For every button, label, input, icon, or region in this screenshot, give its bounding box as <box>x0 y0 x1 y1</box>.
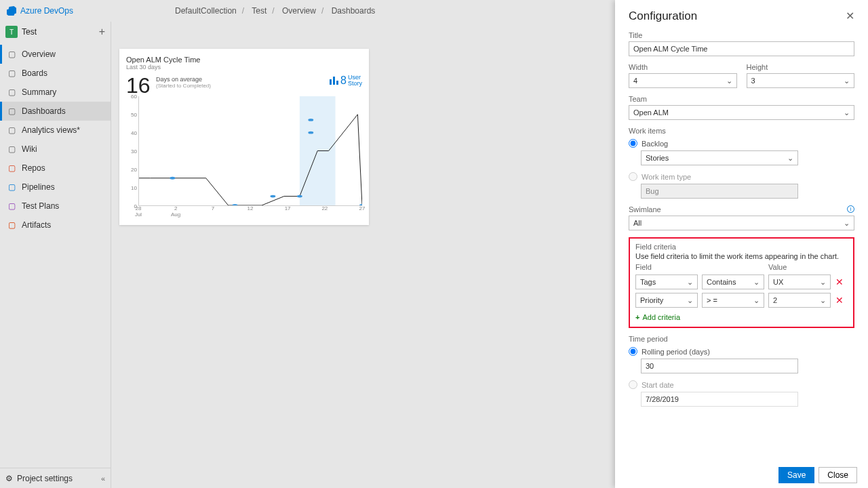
sidebar-item-test-plans[interactable]: ▢Test Plans <box>0 197 111 216</box>
project-avatar: T <box>5 26 18 38</box>
widget-avg-label: Days on average <box>156 76 211 83</box>
startdate-label: Start date <box>642 381 674 389</box>
chevron-down-icon: ⌄ <box>726 77 732 85</box>
project-settings[interactable]: ⚙ Project settings « <box>0 468 111 488</box>
close-button[interactable]: Close <box>818 467 857 483</box>
overview-icon: ▢ <box>7 49 16 59</box>
sidebar-item-analytics-views-[interactable]: ▢Analytics views* <box>0 121 111 140</box>
title-input[interactable] <box>629 41 854 56</box>
nav: ▢Overview▢Boards▢Summary▢Dashboards▢Anal… <box>0 45 111 235</box>
sidebar-item-label: Dashboards <box>22 106 66 116</box>
startdate-input <box>641 392 798 407</box>
sidebar-item-label: Test Plans <box>22 201 59 211</box>
field-criteria-box: Field criteria Use field criteria to lim… <box>629 237 854 328</box>
rolling-input[interactable] <box>641 359 798 373</box>
pipelines-icon: ▢ <box>7 182 16 192</box>
height-select[interactable]: 3⌄ <box>747 73 855 88</box>
info-icon[interactable]: i <box>847 205 854 213</box>
chevron-down-icon: ⌄ <box>753 296 760 305</box>
rolling-radio[interactable] <box>629 347 637 356</box>
criteria-value-select[interactable]: 2⌄ <box>768 293 831 308</box>
project-name: Test <box>22 27 99 37</box>
remove-criteria-icon[interactable]: ✕ <box>835 277 844 287</box>
chevron-down-icon: ⌄ <box>844 108 850 117</box>
chevron-down-icon: ⌄ <box>753 278 760 287</box>
add-icon[interactable]: + <box>99 26 105 38</box>
bar-icon <box>330 77 339 85</box>
widget-subtitle: Last 30 days <box>126 64 362 70</box>
chevron-down-icon: ⌄ <box>687 278 693 287</box>
collapse-icon[interactable]: « <box>101 474 105 483</box>
svg-point-8 <box>308 119 313 121</box>
svg-rect-0 <box>330 79 332 85</box>
wit-radio[interactable] <box>629 172 637 181</box>
sidebar-item-summary[interactable]: ▢Summary <box>0 83 111 102</box>
cycle-time-widget[interactable]: Open ALM Cycle Time Last 30 days 16 Days… <box>119 49 369 225</box>
sidebar-item-dashboards[interactable]: ▢Dashboards <box>0 102 111 121</box>
wiki-icon: ▢ <box>7 144 16 154</box>
svg-point-6 <box>270 195 275 198</box>
criteria-row: Priority⌄> =⌄2⌄✕ <box>635 293 848 308</box>
wit-label: Work item type <box>642 173 691 181</box>
width-label: Width <box>629 63 737 71</box>
sidebar-item-label: Pipelines <box>22 182 55 192</box>
chevron-down-icon: ⌄ <box>787 154 793 163</box>
timeperiod-label: Time period <box>629 335 854 343</box>
dashboards-icon: ▢ <box>7 106 16 116</box>
svg-rect-2 <box>336 81 338 85</box>
sidebar-item-overview[interactable]: ▢Overview <box>0 45 111 64</box>
save-button[interactable]: Save <box>778 467 814 483</box>
panel-heading: Configuration <box>629 9 854 23</box>
project-row[interactable]: T Test + <box>0 22 111 42</box>
sidebar: T Test + ▢Overview▢Boards▢Summary▢Dashbo… <box>0 22 111 488</box>
svg-rect-1 <box>333 77 335 85</box>
configuration-panel: Configuration ✕ Title Width 4⌄ Height 3⌄… <box>615 0 868 488</box>
svg-point-9 <box>308 131 313 134</box>
sidebar-item-label: Overview <box>22 49 56 59</box>
brand[interactable]: Azure DevOps <box>7 6 73 16</box>
breadcrumb-area[interactable]: Overview <box>282 6 316 16</box>
sidebar-item-label: Repos <box>22 163 45 173</box>
user-story-badge[interactable]: 8 UserStory <box>330 75 362 87</box>
sidebar-item-repos[interactable]: ▢Repos <box>0 159 111 178</box>
breadcrumb-project[interactable]: Test <box>252 6 267 16</box>
svg-point-7 <box>297 195 302 198</box>
sidebar-item-pipelines[interactable]: ▢Pipelines <box>0 178 111 197</box>
add-field-criteria[interactable]: + Add criteria <box>635 313 848 321</box>
criteria-field-select[interactable]: Tags⌄ <box>635 274 698 289</box>
backlog-radio[interactable] <box>629 139 637 148</box>
cycle-time-chart: 0102030405060 28Jul2Aug712172227 <box>126 96 362 217</box>
swimlane-label: Swimlanei <box>629 205 854 214</box>
criteria-field-select[interactable]: Priority⌄ <box>635 293 698 308</box>
sidebar-item-label: Summary <box>22 87 56 97</box>
sidebar-item-artifacts[interactable]: ▢Artifacts <box>0 216 111 235</box>
criteria-field-label: Field <box>635 263 698 271</box>
criteria-op-select[interactable]: Contains⌄ <box>702 274 764 289</box>
sidebar-item-label: Boards <box>22 68 47 78</box>
team-select[interactable]: Open ALM⌄ <box>629 105 854 120</box>
chevron-down-icon: ⌄ <box>844 219 850 228</box>
svg-point-5 <box>233 204 238 205</box>
team-label: Team <box>629 95 854 103</box>
chevron-down-icon: ⌄ <box>844 77 850 85</box>
swimlane-select[interactable]: All⌄ <box>629 216 854 230</box>
criteria-op-select[interactable]: > =⌄ <box>702 293 764 308</box>
close-icon[interactable]: ✕ <box>846 9 854 22</box>
breadcrumb-page[interactable]: Dashboards <box>332 6 376 16</box>
wit-select: Bug <box>641 184 798 199</box>
criteria-value-select[interactable]: UX⌄ <box>768 274 831 289</box>
sidebar-item-label: Wiki <box>22 144 37 154</box>
sidebar-item-wiki[interactable]: ▢Wiki <box>0 140 111 159</box>
startdate-radio[interactable] <box>629 380 637 389</box>
remove-criteria-icon[interactable]: ✕ <box>835 295 844 306</box>
chevron-down-icon: ⌄ <box>687 296 693 305</box>
sidebar-item-boards[interactable]: ▢Boards <box>0 64 111 83</box>
height-label: Height <box>747 63 855 71</box>
breadcrumb-collection[interactable]: DefaultCollection <box>175 6 237 16</box>
backlog-select[interactable]: Stories⌄ <box>641 150 798 165</box>
title-label: Title <box>629 31 854 39</box>
panel-footer: Save Close <box>615 462 868 488</box>
chevron-down-icon: ⌄ <box>820 278 826 287</box>
plus-icon: + <box>635 313 639 321</box>
width-select[interactable]: 4⌄ <box>629 73 737 88</box>
